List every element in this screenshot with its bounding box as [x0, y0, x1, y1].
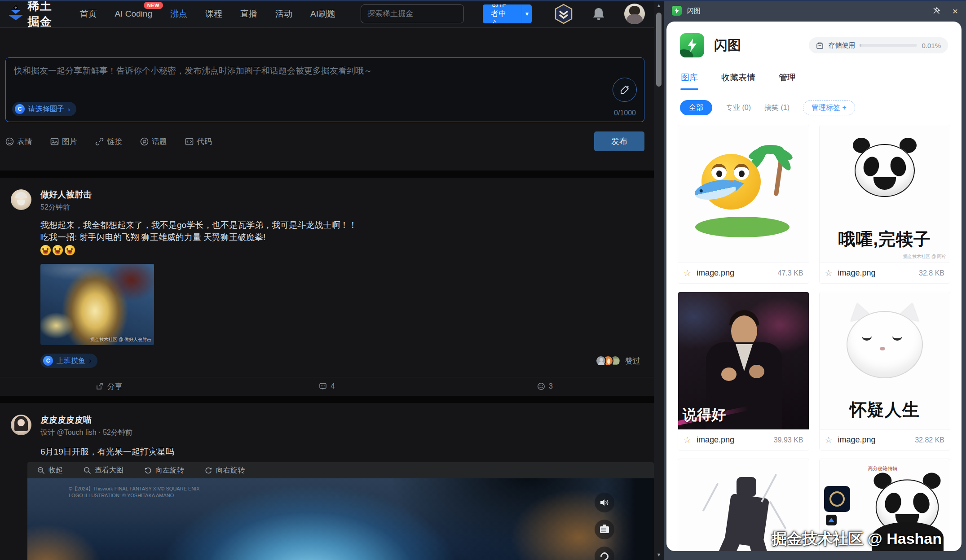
circle-icon: C: [15, 104, 25, 114]
link-tool-button[interactable]: 链接: [95, 136, 122, 147]
page-scrollbar[interactable]: ▲ ▼: [654, 0, 664, 560]
code-tool-button[interactable]: 代码: [185, 136, 212, 147]
nav-item-events[interactable]: 活动: [275, 8, 292, 20]
scroll-up-arrow[interactable]: ▲: [654, 3, 664, 8]
gallery-image-cat-meme[interactable]: 怀疑人生: [820, 292, 950, 429]
image-watermark: 掘金技术社区 @ 做好人被肘击: [90, 337, 151, 343]
manage-tags-button[interactable]: 管理标签 +: [803, 100, 855, 115]
nav-item-live[interactable]: 直播: [240, 8, 257, 20]
gallery-card[interactable]: 怀疑人生 ☆ image.png 32.82 KB: [820, 292, 950, 450]
rotate-right-icon: [205, 467, 212, 474]
ai-writer-button[interactable]: [613, 78, 637, 102]
storage-progress-fill: [860, 44, 861, 47]
comment-button[interactable]: 4: [218, 382, 436, 391]
tools-button[interactable]: [595, 547, 614, 560]
note-card-button[interactable]: [595, 520, 614, 539]
creator-center-button[interactable]: 创作者中心 ▼: [483, 4, 532, 23]
post-text: 我想起来，我全都想起来了，我不是go学长，也不是瓦学弟，我可是斗龙战士啊！！ 吃…: [40, 219, 644, 255]
select-circle-button[interactable]: C 请选择圈子 ›: [12, 102, 76, 116]
panda-face-shape: [851, 139, 918, 198]
close-panel-icon[interactable]: ×: [953, 6, 958, 16]
tool-label: 图片: [62, 136, 77, 147]
magnifier-icon: [84, 467, 91, 474]
topic-tool-button[interactable]: 话题: [140, 136, 167, 147]
nav-item-courses[interactable]: 课程: [205, 8, 222, 20]
meme-caption: 怀疑人生: [820, 398, 950, 421]
gallery-image-chick[interactable]: [678, 125, 809, 262]
image-viewer-toolbar: 收起 查看大图 向左旋转 向: [27, 462, 654, 478]
post-author-name[interactable]: 做好人被肘击: [40, 189, 92, 200]
mute-audio-button[interactable]: [595, 493, 614, 512]
post-author-avatar[interactable]: [11, 415, 31, 435]
link-icon: [95, 137, 104, 146]
composer-box[interactable]: 快和掘友一起分享新鲜事！告诉你个小秘密，发布沸点时添加圈子和话题会被更多掘友看到…: [5, 57, 644, 122]
circle-tag-moyu[interactable]: C 上班摸鱼 ›: [40, 354, 97, 368]
star-icon[interactable]: ☆: [825, 435, 833, 445]
tab-favorites[interactable]: 收藏表情: [720, 66, 756, 90]
view-large-button[interactable]: 查看大图: [84, 466, 124, 475]
app-title: 闪图: [714, 36, 741, 55]
file-size: 32.8 KB: [919, 269, 944, 277]
community-watermark: 掘金技术社区 @ Hashan: [772, 529, 942, 549]
post-author-avatar[interactable]: [11, 189, 31, 210]
publish-button[interactable]: 发布: [594, 131, 644, 151]
unpin-icon[interactable]: [932, 6, 941, 15]
filter-all[interactable]: 全部: [680, 100, 712, 115]
nav-item-ai-coding[interactable]: AI Coding NEW: [115, 9, 152, 19]
topic-hash-icon: [140, 137, 149, 146]
star-icon[interactable]: ☆: [684, 268, 691, 278]
user-avatar[interactable]: [624, 4, 645, 24]
post-author-name[interactable]: 皮皮皮皮皮喵: [40, 415, 132, 425]
speaker-icon: [600, 498, 609, 507]
post-text-line: 我想起来，我全都想起来了，我不是go学长，也不是瓦学弟，我可是斗龙战士啊！！: [40, 219, 644, 231]
react-button[interactable]: 3: [436, 382, 654, 391]
circle-tag-label: 上班摸鱼: [57, 356, 85, 366]
panel-body: 闪图 存储使用 0.01% 图库 收藏表情 管理 全部 专业 (0) 搞笑 (1…: [666, 22, 962, 551]
search-input[interactable]: [361, 5, 464, 23]
file-name: image.png: [697, 268, 734, 278]
star-icon[interactable]: ☆: [684, 435, 691, 445]
notifications-bell-icon[interactable]: [592, 7, 605, 21]
share-button[interactable]: 分享: [0, 381, 218, 392]
gallery-card[interactable]: 说得好 ☆ image.png 39.93 KB: [678, 292, 809, 450]
chevron-right-icon: ›: [89, 357, 91, 365]
tool-label: 表情: [17, 136, 32, 147]
nav-item-pins[interactable]: 沸点: [170, 8, 187, 20]
rotate-right-button[interactable]: 向右旋转: [205, 466, 245, 475]
share-label: 分享: [107, 381, 123, 392]
scroll-down-arrow[interactable]: ▼: [654, 552, 664, 557]
gallery-image-clapping-man[interactable]: 说得好: [678, 292, 809, 429]
image-copyright-text: ©【2024】Thiswork FINAL FANTASY XIV© SQUAR…: [69, 486, 200, 499]
creator-center-label: 创作者中心: [483, 4, 522, 23]
reaction-summary[interactable]: 赞过: [595, 355, 640, 366]
image-tool-button[interactable]: 图片: [50, 136, 77, 147]
tab-gallery[interactable]: 图库: [680, 66, 699, 90]
brand-logo[interactable]: 稀土掘金: [9, 0, 60, 30]
post-image-thumbnail[interactable]: 掘金技术社区 @ 做好人被肘击: [40, 264, 154, 345]
navbar: 稀土掘金 首页 AI Coding NEW 沸点 课程 直播 活动 AI刷题: [0, 0, 654, 28]
star-icon[interactable]: ☆: [825, 268, 833, 278]
chevron-down-icon[interactable]: ▼: [522, 4, 532, 23]
storage-box-icon: [816, 42, 824, 49]
tool-label: 链接: [107, 136, 122, 147]
collapse-image-button[interactable]: 收起: [37, 466, 63, 475]
nav-item-ai-quiz[interactable]: AI刷题: [310, 8, 335, 20]
post-large-image[interactable]: ©【2024】Thiswork FINAL FANTASY XIV© SQUAR…: [27, 478, 654, 560]
member-badge-icon[interactable]: [554, 4, 573, 24]
tab-manage[interactable]: 管理: [778, 66, 797, 90]
gallery-image-panda-meme[interactable]: 哦嚯,完犊子 掘金技术社区 @ 阿柠: [820, 125, 950, 262]
gallery-card[interactable]: ☆ image.png 47.3 KB: [678, 125, 809, 283]
filter-funny[interactable]: 搞笑 (1): [764, 103, 790, 113]
scrollbar-thumb[interactable]: [656, 13, 662, 87]
panel-header: 闪图 存储使用 0.01%: [666, 22, 962, 57]
post-text: 6月19日开服，有光呆一起打灾星吗: [40, 446, 644, 458]
liked-label: 赞过: [625, 356, 640, 366]
emoji-tool-button[interactable]: 表情: [5, 136, 32, 147]
nav-item-home[interactable]: 首页: [80, 8, 97, 20]
file-name: image.png: [838, 435, 876, 445]
rotate-left-button[interactable]: 向左旋转: [144, 466, 184, 475]
extension-icon: [672, 6, 682, 16]
filter-professional[interactable]: 专业 (0): [726, 103, 751, 113]
gallery-card[interactable]: 哦嚯,完犊子 掘金技术社区 @ 阿柠 ☆ image.png 32.8 KB: [820, 125, 950, 283]
window-top-edge: [0, 0, 966, 1]
